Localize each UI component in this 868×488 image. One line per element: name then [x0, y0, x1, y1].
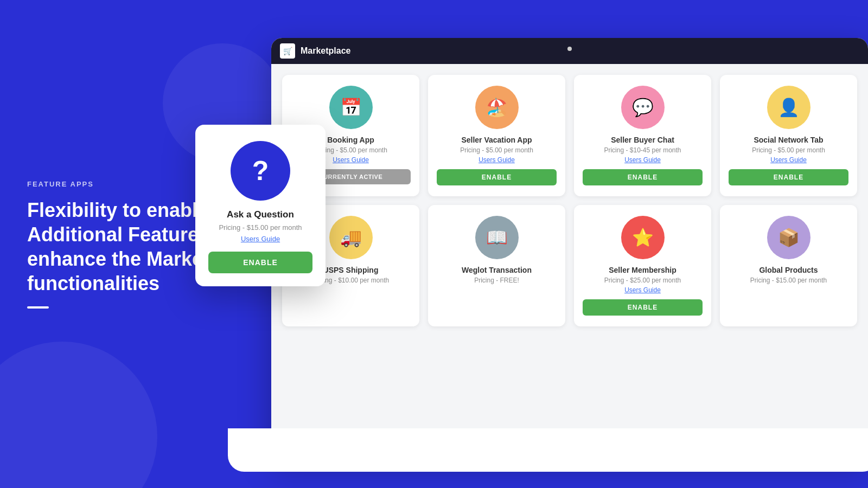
app-icon-circle: 📅	[329, 86, 373, 129]
app-guide-link[interactable]: Users Guide	[437, 156, 557, 164]
app-card: 📖Weglot TransactionPricing - FREE!	[428, 205, 565, 326]
app-pricing: Pricing - $25.00 per month	[583, 277, 703, 284]
app-card: 🏖️Seller Vacation AppPricing - $5.00 per…	[428, 75, 565, 196]
app-pricing: Pricing - $5.00 per month	[437, 146, 557, 154]
app-icon-circle: 👤	[767, 86, 810, 129]
popup-guide-link[interactable]: Users Guide	[208, 235, 312, 243]
app-pricing: Pricing - $5.00 per month	[729, 146, 848, 154]
laptop-area: 🛒 Marketplace 📅Booking AppPricing - $5.0…	[217, 16, 868, 488]
heading-underline	[27, 306, 49, 309]
app-name: Seller Membership	[583, 266, 703, 274]
app-icon-circle: 📦	[767, 216, 810, 259]
app-pricing: Pricing - $10-45 per month	[583, 146, 703, 154]
app-card: 📦Global ProductsPricing - $15.00 per mon…	[720, 205, 857, 326]
app-icon-circle: 🚚	[329, 216, 373, 259]
popup-enable-button[interactable]: ENABLE	[208, 252, 312, 273]
question-mark-icon: ?	[252, 157, 269, 184]
app-name: Seller Vacation App	[437, 136, 557, 144]
app-name: Seller Buyer Chat	[583, 136, 703, 144]
app-icon-circle: 💬	[621, 86, 665, 129]
enable-button[interactable]: ENABLE	[583, 299, 703, 316]
app-pricing: Pricing - $15.00 per month	[729, 277, 848, 284]
app-pricing: Pricing - FREE!	[437, 277, 557, 284]
marketplace-icon: 🛒	[280, 43, 295, 59]
app-name: Global Products	[729, 266, 848, 274]
screen-dot	[567, 47, 572, 51]
marketplace-icon-glyph: 🛒	[283, 47, 292, 55]
apps-grid-row2: 🚚USPS ShippingPricing - $10.00 per month…	[282, 205, 857, 326]
deco-circle-1	[0, 342, 157, 488]
marketplace-title: Marketplace	[301, 46, 351, 56]
enable-button[interactable]: ENABLE	[437, 169, 557, 185]
popup-card: ? Ask a Question Pricing - $15.00 per mo…	[195, 125, 326, 286]
app-name: Social Network Tab	[729, 136, 848, 144]
enable-button[interactable]: ENABLE	[729, 169, 848, 185]
popup-icon-circle: ?	[231, 141, 290, 201]
laptop-screen: 🛒 Marketplace 📅Booking AppPricing - $5.0…	[271, 38, 868, 455]
app-card: ⭐Seller MembershipPricing - $25.00 per m…	[574, 205, 711, 326]
app-card: 💬Seller Buyer ChatPricing - $10-45 per m…	[574, 75, 711, 196]
popup-pricing: Pricing - $15.00 per month	[208, 223, 312, 232]
app-card: 👤Social Network TabPricing - $5.00 per m…	[720, 75, 857, 196]
screen-content: 📅Booking AppPricing - $5.00 per monthUse…	[271, 64, 868, 455]
marketplace-bar: 🛒 Marketplace	[271, 38, 868, 64]
app-icon-circle: ⭐	[621, 216, 665, 259]
app-icon-circle: 📖	[475, 216, 519, 259]
app-guide-link[interactable]: Users Guide	[583, 156, 703, 164]
app-name: Weglot Transaction	[437, 266, 557, 274]
app-icon-circle: 🏖️	[475, 86, 519, 129]
app-guide-link[interactable]: Users Guide	[729, 156, 848, 164]
laptop-bottom-curve	[228, 428, 868, 472]
popup-app-name: Ask a Question	[208, 209, 312, 220]
enable-button[interactable]: ENABLE	[583, 169, 703, 185]
app-guide-link[interactable]: Users Guide	[583, 286, 703, 294]
apps-grid-row1: 📅Booking AppPricing - $5.00 per monthUse…	[282, 75, 857, 196]
